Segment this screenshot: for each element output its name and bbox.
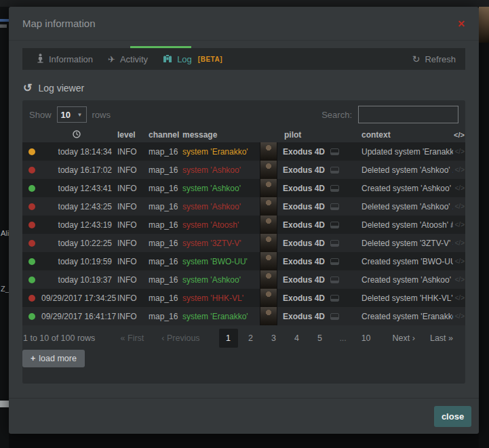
row-status-cell (22, 167, 41, 174)
pilot-name: Exodus 4D (283, 220, 325, 230)
pagination-first-button[interactable]: « First (121, 333, 144, 343)
code-icon[interactable]: </> (453, 258, 465, 265)
status-dot (28, 313, 35, 320)
dialog-header: Map information ✕ (9, 7, 479, 41)
row-status-cell (22, 203, 41, 210)
page-size-select[interactable]: 10 ▼ (57, 106, 87, 123)
tab-label: Activity (120, 54, 148, 64)
search-label: Search: (321, 110, 352, 120)
pilot-name: Exodus 4D (283, 147, 325, 157)
pilot-card-icon (330, 277, 339, 283)
row-pilot-cell: Exodus 4D (260, 142, 360, 161)
page-size-value: 10 (61, 110, 71, 120)
pagination-page-1[interactable]: 1 (219, 329, 238, 348)
pagination-page-10[interactable]: 10 (356, 333, 376, 343)
pagination: 1 to 10 of 100 rows « First ‹ Previous 1… (22, 328, 453, 348)
pilot-card-icon (330, 295, 339, 302)
pagination-page-5[interactable]: 5 (310, 333, 330, 343)
table-row[interactable]: today 12:43:41 INFO map_16 system 'Ashko… (22, 179, 465, 197)
row-time: 09/29/2017 17:34:25 (41, 293, 112, 303)
row-context: Created system 'BWO-UU'... (360, 257, 453, 266)
beta-badge: [BETA] (198, 56, 222, 63)
pilot-card-icon (330, 148, 339, 155)
background-light-bar (0, 401, 9, 407)
row-pilot-cell: Exodus 4D (260, 179, 360, 197)
row-pilot-cell: Exodus 4D (260, 289, 360, 307)
row-message: system 'Ashkoo' (181, 184, 260, 193)
row-context: Deleted system 'Atoosh' #... (360, 220, 453, 230)
code-icon[interactable]: </> (453, 294, 465, 302)
show-label: Show (29, 110, 52, 120)
pilot-card-icon (330, 167, 339, 174)
load-more-button[interactable]: +load more (22, 350, 85, 367)
pagination-page-4[interactable]: 4 (287, 333, 307, 343)
close-button[interactable]: close (434, 406, 471, 427)
pilot-card-icon (330, 203, 339, 210)
pagination-next-button[interactable]: Next › (393, 333, 415, 343)
table-row[interactable]: today 12:43:19 INFO map_16 system 'Atoos… (22, 216, 465, 234)
section-title: Log viewer (38, 83, 84, 94)
tab-information[interactable]: Information (29, 48, 100, 70)
pilot-avatar (260, 289, 277, 307)
search-input[interactable] (358, 106, 458, 123)
pilot-card-icon (330, 222, 339, 228)
background-top-strip (0, 0, 489, 7)
background-gray-fragment (0, 24, 7, 28)
table-row[interactable]: 09/29/2017 16:41:17 INFO map_16 system '… (22, 307, 465, 325)
code-icon[interactable]: </> (453, 312, 465, 320)
pagination-page-3[interactable]: 3 (264, 333, 284, 343)
dialog-title: Map information (22, 18, 96, 29)
header-message[interactable]: message (181, 130, 260, 140)
pilot-name: Exodus 4D (283, 165, 325, 175)
table-row[interactable]: today 10:19:37 INFO map_16 system 'Ashko… (22, 270, 465, 289)
background-fragment-text: Z_ (1, 285, 9, 293)
row-level: INFO (112, 312, 146, 321)
pagination-last-button[interactable]: Last » (430, 333, 453, 343)
row-level: INFO (112, 147, 146, 157)
table-row[interactable]: today 18:14:34 INFO map_16 system 'Erana… (22, 142, 465, 161)
pilot-card-icon (330, 240, 339, 247)
header-context[interactable]: context (360, 130, 453, 140)
code-icon[interactable]: </> (453, 276, 465, 283)
row-time: today 10:19:37 (41, 275, 112, 285)
row-context: Deleted system 'Ashkoo' ... (360, 202, 453, 211)
row-level: INFO (112, 165, 146, 175)
table-row[interactable]: today 12:43:25 INFO map_16 system 'Ashko… (22, 197, 465, 216)
row-pilot-cell: Exodus 4D (260, 234, 360, 252)
pagination-page-2[interactable]: 2 (241, 333, 261, 343)
header-time-column (41, 129, 112, 140)
code-icon[interactable]: </> (453, 221, 465, 228)
pagination-summary: 1 to 10 of 100 rows (22, 333, 121, 343)
header-pilot[interactable]: pilot (260, 126, 360, 144)
header-channel[interactable]: channel (146, 130, 181, 140)
pagination-pages: 12345...10 (218, 329, 378, 348)
load-more-label: load more (39, 354, 77, 363)
tab-log[interactable]: Log [BETA] (155, 48, 230, 70)
row-time: today 12:43:25 (41, 202, 112, 211)
tab-activity[interactable]: ✈ Activity (100, 48, 155, 70)
code-icon[interactable]: </> (453, 239, 465, 247)
row-message: system 'Eranakko' (181, 312, 260, 321)
close-icon[interactable]: ✕ (457, 18, 465, 29)
table-row[interactable]: today 10:22:25 INFO map_16 system '3ZTV-… (22, 234, 465, 252)
pagination-previous-button[interactable]: ‹ Previous (161, 333, 199, 343)
row-pilot-cell: Exodus 4D (260, 307, 360, 325)
row-level: INFO (112, 220, 146, 230)
code-icon[interactable]: </> (453, 148, 465, 155)
table-row[interactable]: today 10:19:59 INFO map_16 system 'BWO-U… (22, 252, 465, 270)
row-channel: map_16 (146, 293, 181, 303)
row-pilot-cell: Exodus 4D (260, 197, 360, 216)
table-row[interactable]: 09/29/2017 17:34:25 INFO map_16 system '… (22, 289, 465, 307)
row-context: Created system 'Ashkoo' ... (360, 184, 453, 193)
code-icon[interactable]: </> (453, 184, 465, 192)
row-time: today 12:43:19 (41, 220, 112, 230)
pilot-name: Exodus 4D (283, 312, 325, 321)
refresh-button[interactable]: ↻ Refresh (412, 54, 458, 64)
code-icon[interactable]: </> (453, 166, 465, 174)
header-level[interactable]: level (112, 130, 146, 140)
pilot-avatar (260, 142, 277, 161)
refresh-label: Refresh (425, 54, 456, 64)
table-row[interactable]: today 16:17:02 INFO map_16 system 'Ashko… (22, 161, 465, 179)
chevron-down-icon: ▼ (77, 112, 83, 118)
code-icon[interactable]: </> (453, 203, 465, 210)
